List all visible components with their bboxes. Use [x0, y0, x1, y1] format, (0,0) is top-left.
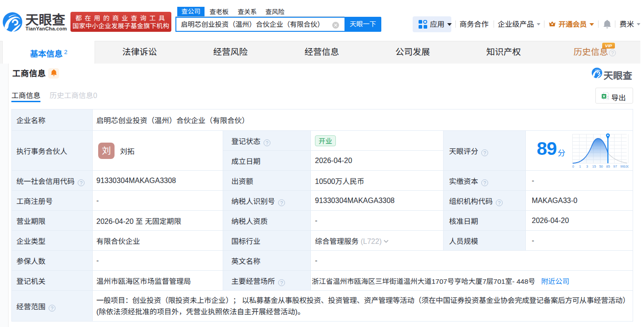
- svg-text:1: 1: [579, 164, 581, 168]
- svg-text:100: 100: [624, 164, 629, 168]
- svg-text:15: 15: [592, 164, 596, 168]
- svg-text:3: 3: [586, 164, 588, 168]
- svg-text:85: 85: [606, 164, 610, 168]
- svg-text:0: 0: [572, 164, 574, 168]
- svg-text:97: 97: [613, 164, 617, 168]
- svg-text:50: 50: [599, 164, 603, 168]
